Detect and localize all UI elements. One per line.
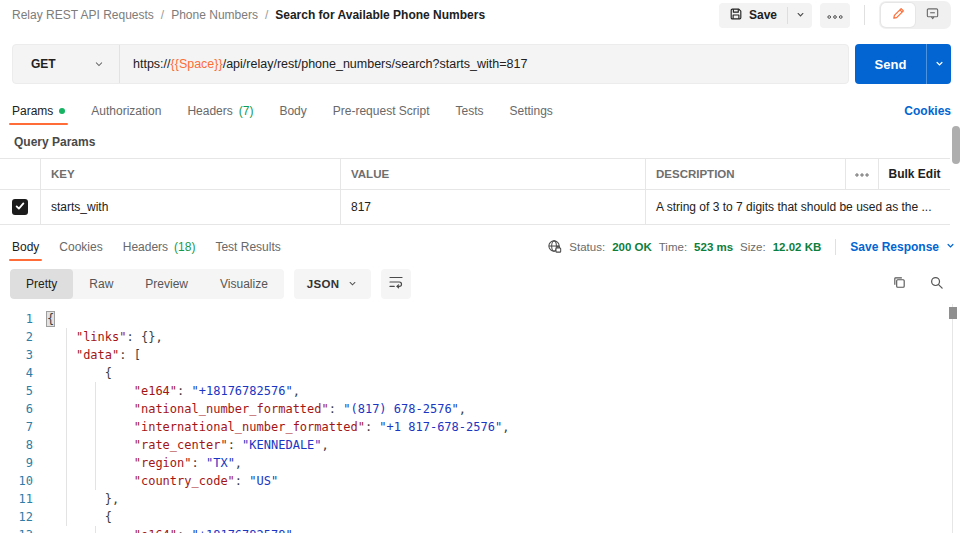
- tab-authorization[interactable]: Authorization: [91, 96, 161, 125]
- tab-label: Body: [279, 104, 306, 118]
- line-number: 5: [0, 382, 40, 400]
- param-value-field[interactable]: 817: [340, 190, 645, 224]
- column-header-value: VALUE: [340, 159, 645, 189]
- response-toolbar: Pretty Raw Preview Visualize JSON: [10, 268, 954, 300]
- line-number: 3: [0, 346, 40, 364]
- code-line: 5 "e164": "+18176782576",: [0, 382, 948, 400]
- tab-label: Body: [12, 240, 39, 254]
- view-raw[interactable]: Raw: [73, 269, 129, 299]
- tab-headers[interactable]: Headers (7): [187, 96, 253, 125]
- tab-label: Test Results: [215, 240, 280, 254]
- response-tab-cookies[interactable]: Cookies: [59, 233, 102, 261]
- code-line: 4 {: [0, 364, 948, 382]
- response-headers-count: (18): [174, 240, 195, 254]
- response-tab-body[interactable]: Body: [12, 233, 39, 261]
- code-scrollbar-track: [952, 304, 953, 533]
- time-label: Time:: [659, 241, 687, 253]
- tab-pre-request-script[interactable]: Pre-request Script: [333, 96, 430, 125]
- response-tab-test-results[interactable]: Test Results: [215, 233, 280, 261]
- save-response-button[interactable]: Save Response: [850, 240, 956, 254]
- chevron-down-icon: [934, 55, 945, 73]
- search-icon[interactable]: [929, 275, 944, 294]
- copy-icon[interactable]: [892, 275, 907, 294]
- method-selector[interactable]: GET: [13, 45, 119, 83]
- request-url-row: GET https://{{Space}}/api/relay/rest/pho…: [12, 44, 951, 84]
- text-wrap-icon: [388, 274, 404, 294]
- table-header-row: KEY VALUE DESCRIPTION Bulk Edit: [0, 158, 950, 190]
- divider: [835, 239, 836, 255]
- line-number: 1: [0, 310, 40, 328]
- cookies-link[interactable]: Cookies: [904, 104, 951, 118]
- tab-tests[interactable]: Tests: [455, 96, 483, 125]
- chevron-down-icon: [945, 240, 956, 254]
- line-number: 13: [0, 526, 40, 533]
- tab-label: Cookies: [59, 240, 102, 254]
- code-line: 2 "links": {},: [0, 328, 948, 346]
- globe-lock-icon[interactable]: [547, 239, 562, 256]
- more-actions-button[interactable]: [820, 3, 850, 28]
- response-body-code[interactable]: 1{2 "links": {},3 "data": [4 {5 "e164": …: [0, 304, 948, 533]
- breadcrumb-collection[interactable]: Relay REST API Requests: [12, 8, 154, 22]
- indent-guide: [66, 328, 67, 526]
- param-description-field[interactable]: A string of 3 to 7 digits that should be…: [645, 190, 950, 224]
- line-number: 2: [0, 328, 40, 346]
- bulk-edit-button[interactable]: Bulk Edit: [878, 159, 950, 189]
- save-response-label: Save Response: [850, 240, 939, 254]
- size-value: 12.02 KB: [773, 241, 822, 253]
- code-line: 8 "rate_center": "KENNEDALE",: [0, 436, 948, 454]
- wrap-lines-button[interactable]: [381, 269, 411, 299]
- line-number: 8: [0, 436, 40, 454]
- size-label: Size:: [740, 241, 766, 253]
- save-button-group: Save: [719, 3, 812, 28]
- params-more-actions-button[interactable]: [845, 159, 878, 189]
- url-editor: GET https://{{Space}}/api/relay/rest/pho…: [12, 44, 849, 84]
- tab-label: Tests: [455, 104, 483, 118]
- format-selector[interactable]: JSON: [294, 269, 372, 299]
- code-scrollbar-thumb[interactable]: [949, 307, 957, 319]
- code-line: 11 },: [0, 490, 948, 508]
- send-button[interactable]: Send: [855, 44, 926, 84]
- topbar-actions: Save: [719, 1, 951, 29]
- param-key-field[interactable]: starts_with: [40, 190, 340, 224]
- tab-body[interactable]: Body: [279, 96, 306, 125]
- save-button[interactable]: Save: [719, 3, 787, 28]
- breadcrumb-folder[interactable]: Phone Numbers: [171, 8, 258, 22]
- method-value: GET: [31, 57, 56, 71]
- time-value: 523 ms: [694, 241, 733, 253]
- comments-button[interactable]: [915, 3, 949, 27]
- tab-label: Params: [12, 104, 53, 118]
- code-line: 7 "international_number_formatted": "+1 …: [0, 418, 948, 436]
- view-preview[interactable]: Preview: [129, 269, 204, 299]
- view-visualize[interactable]: Visualize: [204, 269, 284, 299]
- params-active-dot: [59, 108, 65, 114]
- response-tools: [892, 275, 954, 294]
- tab-settings[interactable]: Settings: [510, 96, 553, 125]
- url-variable: {{Space}}: [171, 57, 223, 71]
- breadcrumb-separator: /: [161, 8, 164, 22]
- view-pretty[interactable]: Pretty: [10, 269, 73, 299]
- param-enabled-checkbox[interactable]: [12, 199, 28, 215]
- code-line: 9 "region": "TX",: [0, 454, 948, 472]
- comment-icon: [925, 6, 940, 25]
- breadcrumb-request-name[interactable]: Search for Available Phone Numbers: [275, 8, 485, 22]
- breadcrumb: Relay REST API Requests / Phone Numbers …: [12, 8, 485, 22]
- edit-mode-button[interactable]: [881, 3, 915, 27]
- pencil-icon: [891, 6, 906, 25]
- app-window: Relay REST API Requests / Phone Numbers …: [0, 0, 963, 533]
- response-tab-headers[interactable]: Headers (18): [123, 233, 196, 261]
- response-tabs-row: Body Cookies Headers (18) Test Results S…: [12, 233, 956, 261]
- url-input[interactable]: https://{{Space}}/api/relay/rest/phone_n…: [120, 57, 540, 71]
- save-button-label: Save: [749, 8, 777, 22]
- mode-toggle: [879, 1, 951, 29]
- save-options-button[interactable]: [788, 3, 812, 28]
- page-scrollbar-thumb[interactable]: [952, 126, 960, 164]
- ellipsis-icon: [827, 6, 843, 24]
- query-params-title: Query Params: [14, 135, 95, 149]
- response-meta: Status: 200 OK Time: 523 ms Size: 12.02 …: [547, 233, 956, 261]
- tab-params[interactable]: Params: [12, 96, 65, 125]
- send-options-button[interactable]: [926, 44, 951, 84]
- line-number: 4: [0, 364, 40, 382]
- chevron-down-icon: [93, 58, 105, 70]
- tab-label: Settings: [510, 104, 553, 118]
- line-number: 7: [0, 418, 40, 436]
